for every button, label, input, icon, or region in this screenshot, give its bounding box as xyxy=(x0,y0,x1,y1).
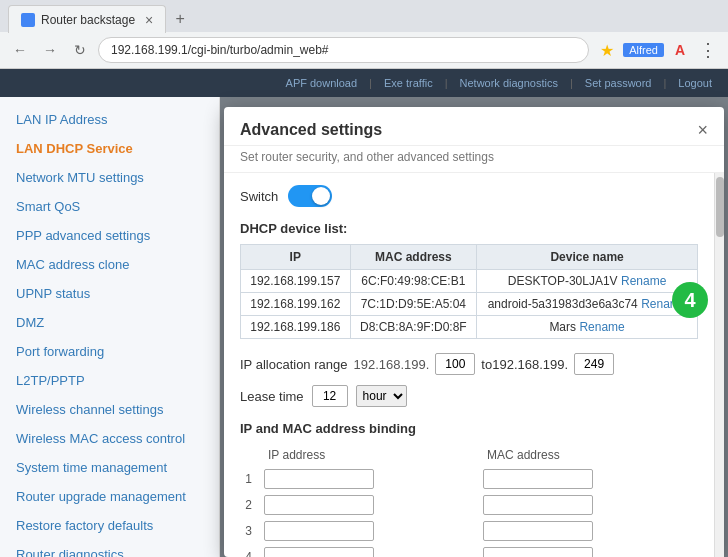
binding-row-4: 4 xyxy=(240,544,698,557)
modal-close-button[interactable]: × xyxy=(697,121,708,139)
col-name: Device name xyxy=(477,245,698,270)
sidebar-item-wireless-mac[interactable]: Wireless MAC access control xyxy=(0,424,219,453)
topbar-sep3: | xyxy=(570,77,573,89)
router-topbar: APF download | Exe traffic | Network dia… xyxy=(0,69,728,97)
ip-range-end-input[interactable] xyxy=(574,353,614,375)
rename-link-0[interactable]: Rename xyxy=(621,274,666,288)
star-icon: ★ xyxy=(600,41,614,60)
sidebar-item-upnp[interactable]: UPNP status xyxy=(0,279,219,308)
modal-subtitle: Set router security, and other advanced … xyxy=(224,146,724,173)
lease-unit-select[interactable]: hour day xyxy=(356,385,407,407)
sidebar-item-ppp[interactable]: PPP advanced settings xyxy=(0,221,219,250)
topbar-traffic-link[interactable]: Exe traffic xyxy=(384,77,433,89)
tab-favicon xyxy=(21,13,35,27)
topbar-diag-link[interactable]: Network diagnostics xyxy=(460,77,558,89)
binding-row-num-3: 3 xyxy=(240,518,260,544)
lease-time-row: Lease time hour day xyxy=(240,385,698,407)
binding-mac-input-3[interactable] xyxy=(483,521,593,541)
address-bar[interactable]: 192.168.199.1/cgi-bin/turbo/admin_web# xyxy=(98,37,589,63)
topbar-logout-link[interactable]: Logout xyxy=(678,77,712,89)
router-main: LAN IP Address LAN DHCP Service Network … xyxy=(0,97,728,557)
rename-link-2[interactable]: Rename xyxy=(579,320,624,334)
bookmark-button[interactable]: ★ xyxy=(595,38,619,62)
ip-range-label: IP allocation range xyxy=(240,357,347,372)
sidebar-item-qos[interactable]: Smart QoS xyxy=(0,192,219,221)
sidebar-item-upgrade[interactable]: Router upgrade management xyxy=(0,482,219,511)
binding-mac-input-4[interactable] xyxy=(483,547,593,557)
user-badge: Alfred xyxy=(623,43,664,57)
sidebar-item-dmz[interactable]: DMZ xyxy=(0,308,219,337)
active-tab[interactable]: Router backstage × xyxy=(8,5,166,33)
toolbar-icons: ★ Alfred A ⋮ xyxy=(595,38,720,62)
sidebar-item-time[interactable]: System time management xyxy=(0,453,219,482)
binding-row-1: 1 xyxy=(240,466,698,492)
extensions-button[interactable]: A xyxy=(668,38,692,62)
sidebar-item-lan-dhcp[interactable]: LAN DHCP Service xyxy=(0,134,219,163)
binding-ip-3 xyxy=(260,518,479,544)
advanced-settings-modal: Advanced settings × Set router security,… xyxy=(224,107,724,557)
ext-icon: A xyxy=(675,42,685,58)
switch-row: Switch xyxy=(240,185,698,207)
lease-time-label: Lease time xyxy=(240,389,304,404)
device-name-1: android-5a31983d3e6a3c74 Rename xyxy=(477,293,698,316)
device-mac-0: 6C:F0:49:98:CE:B1 xyxy=(350,270,477,293)
sidebar-item-mac-clone[interactable]: MAC address clone xyxy=(0,250,219,279)
device-name-2: Mars Rename xyxy=(477,316,698,339)
binding-ip-2 xyxy=(260,492,479,518)
new-tab-button[interactable]: + xyxy=(170,9,190,29)
col-mac: MAC address xyxy=(350,245,477,270)
lease-time-input[interactable] xyxy=(312,385,348,407)
binding-row-3: 3 xyxy=(240,518,698,544)
tab-close-button[interactable]: × xyxy=(145,12,153,28)
binding-ip-input-2[interactable] xyxy=(264,495,374,515)
tab-title: Router backstage xyxy=(41,13,135,27)
toggle-knob xyxy=(312,187,330,205)
menu-button[interactable]: ⋮ xyxy=(696,38,720,62)
switch-label: Switch xyxy=(240,189,278,204)
binding-ip-input-3[interactable] xyxy=(264,521,374,541)
sidebar-item-mtu[interactable]: Network MTU settings xyxy=(0,163,219,192)
binding-mac-4 xyxy=(479,544,698,557)
topbar-pass-link[interactable]: Set password xyxy=(585,77,652,89)
url-text: 192.168.199.1/cgi-bin/turbo/admin_web# xyxy=(111,43,329,57)
binding-ip-input-4[interactable] xyxy=(264,547,374,557)
sidebar-item-wireless-ch[interactable]: Wireless channel settings xyxy=(0,395,219,424)
sidebar: LAN IP Address LAN DHCP Service Network … xyxy=(0,97,220,557)
device-ip-2: 192.168.199.186 xyxy=(241,316,351,339)
table-row: 192.168.199.157 6C:F0:49:98:CE:B1 DESKTO… xyxy=(241,270,698,293)
binding-mac-input-1[interactable] xyxy=(483,469,593,489)
device-mac-1: 7C:1D:D9:5E:A5:04 xyxy=(350,293,477,316)
sidebar-item-l2tp[interactable]: L2TP/PPTP xyxy=(0,366,219,395)
reload-button[interactable]: ↻ xyxy=(68,38,92,62)
binding-section-title: IP and MAC address binding xyxy=(240,421,698,436)
content-area: 4 Advanced settings × Set router securit… xyxy=(220,97,728,557)
binding-col-ip: IP address xyxy=(260,444,479,466)
back-button[interactable]: ← xyxy=(8,38,32,62)
ip-range-prefix: 192.168.199. xyxy=(353,357,429,372)
step-badge: 4 xyxy=(672,282,708,318)
forward-button[interactable]: → xyxy=(38,38,62,62)
binding-row-num-2: 2 xyxy=(240,492,260,518)
menu-dots-icon: ⋮ xyxy=(699,39,717,61)
ip-range-row: IP allocation range 192.168.199. to192.1… xyxy=(240,353,698,375)
topbar-sep4: | xyxy=(663,77,666,89)
sidebar-item-portfwd[interactable]: Port forwarding xyxy=(0,337,219,366)
modal-header: Advanced settings × xyxy=(224,107,724,146)
device-ip-1: 192.168.199.162 xyxy=(241,293,351,316)
topbar-apf-link[interactable]: APF download xyxy=(286,77,358,89)
modal-scroll-wrapper: Switch DHCP device list: IP MAC a xyxy=(224,173,724,557)
binding-mac-input-2[interactable] xyxy=(483,495,593,515)
toggle-switch[interactable] xyxy=(288,185,332,207)
ip-range-start-input[interactable] xyxy=(435,353,475,375)
binding-row-2: 2 xyxy=(240,492,698,518)
sidebar-item-diagnostics[interactable]: Router diagnostics xyxy=(0,540,219,557)
scrollbar-thumb[interactable] xyxy=(716,177,724,237)
table-row: 192.168.199.186 D8:CB:8A:9F:D0:8F Mars R… xyxy=(241,316,698,339)
address-bar-row: ← → ↻ 192.168.199.1/cgi-bin/turbo/admin_… xyxy=(0,32,728,68)
sidebar-item-lan-ip[interactable]: LAN IP Address xyxy=(0,105,219,134)
binding-ip-input-1[interactable] xyxy=(264,469,374,489)
sidebar-item-factory[interactable]: Restore factory defaults xyxy=(0,511,219,540)
modal-title: Advanced settings xyxy=(240,121,382,139)
browser-chrome: Router backstage × + ← → ↻ 192.168.199.1… xyxy=(0,0,728,69)
ip-range-to-text: to192.168.199. xyxy=(481,357,568,372)
